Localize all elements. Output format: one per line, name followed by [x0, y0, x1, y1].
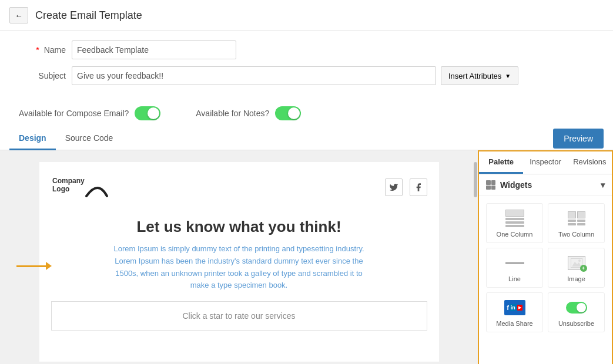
subject-label: Subject — [19, 71, 66, 80]
subject-input-group: Insert Attributes ▼ — [72, 66, 518, 85]
name-row: * Name — [19, 41, 594, 59]
widget-line[interactable]: Line — [486, 248, 543, 288]
back-button[interactable]: ← — [9, 7, 28, 23]
two-col-row-4 — [577, 223, 585, 225]
widgets-grid-icon — [486, 180, 495, 190]
media-share-label: Media Share — [496, 320, 532, 327]
media-share-icon: f in ▶ — [503, 299, 527, 316]
media-in-icon: in — [510, 304, 517, 311]
line-label: Line — [508, 275, 521, 282]
email-body-text: Lorem Ipsum is simply dummy text of the … — [110, 243, 369, 292]
svg-text:Logo: Logo — [52, 185, 69, 193]
wgi-cell-3 — [486, 186, 491, 190]
wgi-cell-1 — [486, 180, 491, 185]
back-icon: ← — [15, 11, 22, 20]
one-column-illustration — [505, 210, 524, 227]
tab-revisions[interactable]: Revisions — [568, 151, 612, 174]
widget-grid: One Column — [479, 196, 612, 339]
compose-toggle-group: Available for Compose Email? — [19, 106, 160, 120]
widgets-label: Widgets — [500, 180, 532, 190]
one-column-icon — [503, 210, 527, 227]
tabs-bar: Design Source Code Preview — [0, 127, 613, 150]
two-col-half-left — [568, 211, 576, 225]
required-star: * — [36, 45, 39, 55]
logo-svg: Company Logo — [51, 174, 110, 200]
col-wide-1 — [505, 210, 524, 217]
subject-row: Subject Insert Attributes ▼ — [19, 66, 594, 85]
widget-one-column[interactable]: One Column — [486, 203, 543, 243]
arrow-indicator — [16, 262, 52, 270]
tab-source-code[interactable]: Source Code — [56, 127, 123, 150]
widget-media-share[interactable]: f in ▶ Media Share — [486, 292, 543, 332]
email-body: Company Logo — [39, 162, 439, 362]
compose-toggle[interactable] — [135, 106, 160, 120]
email-headline: Let us know what you think! — [51, 218, 427, 236]
one-column-label: One Column — [497, 231, 533, 238]
svg-point-4 — [578, 259, 581, 262]
line-illustration — [505, 262, 524, 264]
unsubscribe-knob — [577, 303, 586, 312]
col-row-1 — [505, 218, 524, 220]
svg-text:Company: Company — [52, 177, 85, 185]
scroll-thumb — [474, 162, 477, 197]
tab-design[interactable]: Design — [9, 127, 56, 150]
rating-box: Click a star to rate our services — [51, 301, 427, 331]
two-col-row-2 — [568, 223, 576, 225]
col-row-2 — [505, 221, 524, 224]
panel-tabs: Palette Inspector Revisions — [479, 151, 612, 174]
image-illustration: + — [568, 256, 585, 270]
name-input[interactable] — [72, 41, 236, 59]
wgi-cell-2 — [491, 180, 496, 185]
facebook-icon[interactable] — [410, 178, 427, 196]
line-icon — [503, 254, 527, 272]
insert-attributes-button[interactable]: Insert Attributes ▼ — [441, 66, 518, 85]
preview-button[interactable]: Preview — [553, 129, 604, 149]
notes-toggle-group: Available for Notes? — [196, 106, 301, 120]
media-share-illustration: f in ▶ — [504, 300, 525, 315]
wgi-cell-4 — [491, 186, 496, 190]
compose-label: Available for Compose Email? — [19, 109, 129, 118]
page-header: ← Create Email Template — [0, 0, 613, 31]
tab-inspector[interactable]: Inspector — [523, 151, 567, 174]
two-column-icon — [565, 210, 588, 227]
main-content: Company Logo — [0, 150, 613, 364]
unsubscribe-illustration — [566, 302, 587, 314]
media-f-icon: f — [507, 304, 509, 311]
widget-two-column[interactable]: Two Column — [548, 203, 605, 243]
scroll-handle[interactable] — [473, 150, 478, 364]
unsubscribe-label: Unsubscribe — [558, 320, 594, 327]
widget-unsubscribe[interactable]: Unsubscribe — [548, 292, 605, 332]
email-canvas: Company Logo — [0, 150, 478, 364]
image-icon: + — [565, 254, 588, 272]
page-title: Create Email Template — [35, 9, 142, 22]
notes-label: Available for Notes? — [196, 109, 269, 118]
media-yt-icon: ▶ — [517, 305, 522, 311]
two-col-row-3 — [577, 220, 585, 222]
email-header: Company Logo — [51, 174, 427, 206]
subject-input[interactable] — [72, 66, 436, 85]
two-col-wide-2 — [577, 211, 585, 218]
unsubscribe-icon — [565, 299, 588, 316]
widgets-chevron-icon: ▾ — [601, 180, 605, 190]
arrow-line — [16, 265, 46, 267]
tab-palette[interactable]: Palette — [479, 151, 523, 174]
two-column-label: Two Column — [558, 231, 594, 238]
rating-text: Click a star to rate our services — [182, 311, 295, 321]
image-label: Image — [567, 275, 585, 282]
form-section: * Name Subject Insert Attributes ▼ — [0, 31, 613, 102]
two-col-row-1 — [568, 220, 576, 222]
insert-attr-label: Insert Attributes — [448, 72, 501, 80]
caret-icon: ▼ — [505, 73, 511, 79]
toggles-row: Available for Compose Email? Available f… — [0, 102, 613, 127]
notes-toggle[interactable] — [275, 106, 301, 120]
right-panel: Palette Inspector Revisions Widgets ▾ — [478, 150, 613, 364]
compose-toggle-knob — [148, 107, 159, 119]
col-row-3 — [505, 225, 524, 227]
widget-image[interactable]: + Image — [548, 248, 605, 288]
twitter-icon[interactable] — [385, 178, 403, 196]
widgets-header: Widgets ▾ — [479, 174, 612, 196]
name-label: * Name — [19, 45, 66, 55]
two-column-illustration — [568, 211, 585, 225]
widgets-header-left: Widgets — [486, 180, 532, 190]
arrow-head — [46, 262, 52, 270]
